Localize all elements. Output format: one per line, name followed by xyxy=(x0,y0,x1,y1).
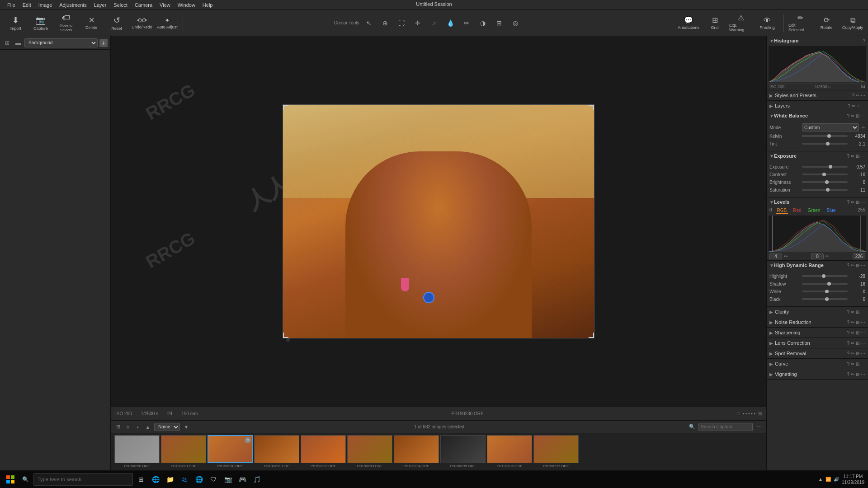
vignetting-edit-icon[interactable]: ✏ xyxy=(851,372,854,377)
levels-pen-left[interactable]: ✏ xyxy=(784,254,788,259)
menu-window[interactable]: Window xyxy=(174,2,199,8)
clarity-header[interactable]: ▶ Clarity ? ✏ ⊞ ⋯ xyxy=(767,307,868,317)
clarity-help-icon[interactable]: ? xyxy=(847,310,849,314)
thumb-2[interactable]: ⚙ PB190230.ORF xyxy=(208,435,253,468)
menu-help[interactable]: Help xyxy=(199,2,217,8)
thumb-4[interactable]: PB190232.ORF xyxy=(301,435,346,468)
cursor-brush-tool[interactable]: ✏ xyxy=(460,17,473,29)
view-mode-icon-1[interactable]: □ xyxy=(737,411,740,416)
cursor-heal-tool[interactable]: ⊞ xyxy=(493,17,505,29)
proofing-button[interactable]: 👁 Proofing xyxy=(755,12,779,34)
thumb-1[interactable]: PB190229.ORF xyxy=(161,435,206,468)
taskbar-clock[interactable]: 11:17 PM 11/29/2019 xyxy=(842,474,864,485)
levels-input-min[interactable] xyxy=(769,253,782,259)
taskbar-chrome-icon[interactable]: 🌐 xyxy=(193,473,205,486)
taskbar-network-icon[interactable]: 📶 xyxy=(826,477,831,482)
filmstrip-list-btn[interactable]: ≡ xyxy=(124,423,132,431)
menu-select[interactable]: Select xyxy=(110,2,131,8)
wb-mode-edit-icon[interactable]: ✏ xyxy=(862,125,865,130)
grid-button[interactable]: ⊞ Grid xyxy=(703,12,726,34)
levels-tab-blue[interactable]: Blue xyxy=(825,207,837,214)
cursor-crop-tool[interactable]: ⛶ xyxy=(395,17,408,29)
nr-help-icon[interactable]: ? xyxy=(847,320,849,325)
exposure-header[interactable]: ▼ Exposure ? ✏ ⊞ ⋯ xyxy=(767,151,868,160)
layers-more-icon[interactable]: ⋯ xyxy=(861,103,865,108)
spot-removal-header[interactable]: ▶ Spot Removal ? ✏ ⊞ ⋯ xyxy=(767,348,868,358)
sharpening-more-icon[interactable]: ⋯ xyxy=(861,330,865,335)
hdr-more-icon[interactable]: ⋯ xyxy=(861,263,865,268)
styles-more-icon[interactable]: ⋯ xyxy=(861,93,865,98)
hdr-highlight-slider[interactable] xyxy=(802,275,848,277)
cursor-arrow-tool[interactable]: ↖ xyxy=(363,17,375,29)
levels-more-icon[interactable]: ⋯ xyxy=(861,200,865,205)
curve-copy-icon[interactable]: ⊞ xyxy=(856,361,859,366)
taskbar-show-hidden[interactable]: ▲ xyxy=(818,477,823,482)
hdr-highlight-thumb[interactable] xyxy=(822,274,826,278)
sharpening-edit-icon[interactable]: ✏ xyxy=(851,330,854,335)
taskbar-edge-icon[interactable]: 🌐 xyxy=(149,473,162,486)
curve-header[interactable]: ▶ Curve ? ✏ ⊞ ⋯ xyxy=(767,359,868,369)
filmstrip-search-input[interactable] xyxy=(698,423,753,431)
exp-brightness-slider[interactable] xyxy=(802,181,848,183)
menu-edit[interactable]: Edit xyxy=(19,2,35,8)
vignetting-header[interactable]: ▶ Vignetting ? ✏ ⊞ ⋯ xyxy=(767,369,868,379)
lc-copy-icon[interactable]: ⊞ xyxy=(856,341,859,346)
filmstrip-thumb-btn[interactable]: ▪ xyxy=(134,423,142,431)
levels-tab-green[interactable]: Green xyxy=(807,207,822,214)
hdr-black-slider[interactable] xyxy=(802,298,848,300)
layers-help-icon[interactable]: ? xyxy=(848,103,851,108)
filmstrip-sort-select[interactable]: Name xyxy=(154,423,180,431)
filmstrip-options-btn[interactable]: ⋯ xyxy=(755,423,763,431)
levels-tab-rgb[interactable]: RGB xyxy=(776,207,788,214)
exp-copy-icon[interactable]: ⊞ xyxy=(856,154,859,159)
sr-copy-icon[interactable]: ⊞ xyxy=(856,351,859,356)
edit-selected-button[interactable]: ✏ Edit Selected xyxy=(788,12,812,34)
vignetting-help-icon[interactable]: ? xyxy=(847,372,849,377)
hdr-shadow-slider[interactable] xyxy=(802,283,848,285)
wb-copy-icon[interactable]: ⊞ xyxy=(856,113,859,118)
view-single-btn[interactable]: ▬ xyxy=(14,38,23,47)
move-to-selects-button[interactable]: 🏷 Move to Selects xyxy=(54,12,78,34)
sharpening-copy-icon[interactable]: ⊞ xyxy=(856,330,859,335)
menu-camera[interactable]: Camera xyxy=(131,2,156,8)
cursor-clone-tool[interactable]: ◎ xyxy=(509,17,522,29)
layers-header[interactable]: ▶ Layers ? ✏ + ⋯ xyxy=(767,101,868,111)
cursor-color-tool[interactable]: 💧 xyxy=(444,17,457,29)
menu-image[interactable]: Image xyxy=(35,2,56,8)
histogram-help-icon[interactable]: ? xyxy=(863,38,865,43)
thumb-6[interactable]: PB190234.ORF xyxy=(394,435,439,468)
levels-pen-right[interactable]: ✏ xyxy=(826,254,829,259)
thumb-5[interactable]: PB190233.ORF xyxy=(347,435,392,468)
layers-add-icon[interactable]: + xyxy=(857,103,859,108)
hdr-black-thumb[interactable] xyxy=(825,297,829,301)
sr-more-icon[interactable]: ⋯ xyxy=(861,351,865,356)
levels-output-min[interactable] xyxy=(811,253,824,259)
add-layer-button[interactable]: + xyxy=(99,39,108,47)
reset-button[interactable]: ↺ Reset xyxy=(105,12,128,34)
exp-contrast-slider[interactable] xyxy=(802,174,848,175)
nr-edit-icon[interactable]: ✏ xyxy=(851,320,854,325)
thumb-3[interactable]: PB190231.ORF xyxy=(254,435,299,468)
levels-help-icon[interactable]: ? xyxy=(847,200,849,205)
view-grid-btn[interactable]: ⊞ xyxy=(3,38,12,47)
exp-warning-button[interactable]: ⚠ Exp. Warning xyxy=(729,12,753,34)
wb-kelvin-thumb[interactable] xyxy=(827,134,831,138)
clarity-copy-icon[interactable]: ⊞ xyxy=(856,310,859,314)
levels-tab-red[interactable]: Red xyxy=(792,207,802,214)
annotations-button[interactable]: 💬 Annotations xyxy=(677,12,700,34)
exp-exposure-slider[interactable] xyxy=(802,166,848,168)
sharpening-header[interactable]: ▶ Sharpening ? ✏ ⊞ ⋯ xyxy=(767,328,868,338)
clarity-more-icon[interactable]: ⋯ xyxy=(861,310,865,314)
cursor-move-tool[interactable]: ✛ xyxy=(411,17,424,29)
thumb-9[interactable]: PB190237.ORF xyxy=(533,435,579,468)
menu-file[interactable]: File xyxy=(4,2,19,8)
canvas-container[interactable]: RRCG 人人素材 RRCG 人人素材 3000 px 2250 px xyxy=(111,36,766,407)
import-button[interactable]: ⬇ Import xyxy=(4,12,27,34)
levels-copy-icon[interactable]: ⊞ xyxy=(856,200,859,205)
cursor-zoom-tool[interactable]: ⊕ xyxy=(379,17,392,29)
taskbar-store-icon[interactable]: 🛍 xyxy=(178,473,191,486)
undo-redo-button[interactable]: ⟲⟳ Undo/Redo xyxy=(130,12,154,34)
wb-mode-select[interactable]: Custom xyxy=(802,123,859,131)
exp-saturation-thumb[interactable] xyxy=(826,188,830,192)
view-mode-icon-2[interactable]: ⊞ xyxy=(758,411,762,416)
